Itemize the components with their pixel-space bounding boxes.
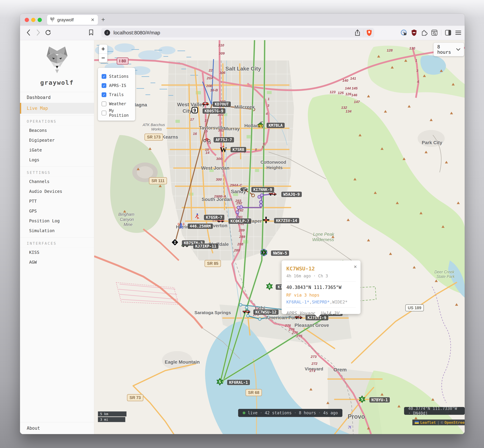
place-label-bingham: Bingham bbox=[118, 212, 134, 217]
hop-link[interactable]: KF6RAL-1* bbox=[286, 300, 309, 304]
exit-number: 288 bbox=[234, 248, 240, 252]
marker-label-kc7wsu-12[interactable]: KC7WSU-12 bbox=[253, 309, 279, 315]
zoom-out-button[interactable]: − bbox=[99, 53, 107, 62]
exit-number: 123 bbox=[329, 90, 336, 94]
marker-kk7zsv-14-icon[interactable] bbox=[262, 216, 270, 224]
tab-title: graywolf bbox=[57, 17, 90, 23]
marker-label-k7gsr-7[interactable]: K7GSR-7 bbox=[204, 215, 224, 220]
live-map[interactable]: KD7OUT9KB0STG-9KM7BLAAF7SJ-7WK7SRBKI7NNK… bbox=[94, 40, 465, 434]
layer-checkbox-weather[interactable] bbox=[101, 102, 106, 106]
marker-label-kc0klp-7[interactable]: KC0KLP-7 bbox=[228, 218, 251, 224]
marker-446-25hrm-icon[interactable] bbox=[178, 222, 184, 230]
sidebar-item-kiss[interactable]: KISS bbox=[20, 247, 94, 257]
marker-label-kb0stg-9[interactable]: KB0STG-9 bbox=[203, 108, 225, 114]
time-range-dropdown[interactable]: 8 hours bbox=[434, 43, 464, 56]
marker-label-km7bla[interactable]: KM7BLA bbox=[266, 123, 285, 128]
back-button[interactable] bbox=[25, 28, 32, 37]
browser-tab[interactable]: graywolf ✕ bbox=[47, 15, 98, 25]
adblock-shield-icon[interactable] bbox=[411, 29, 417, 36]
marker-kb7stn-3-icon[interactable]: I bbox=[171, 238, 179, 247]
marker-label-kd7out[interactable]: KD7OUT bbox=[213, 102, 231, 107]
url-bar[interactable]: i localhost:8080/#/map bbox=[101, 28, 374, 37]
menu-hamburger-icon[interactable] bbox=[455, 29, 462, 36]
fullscreen-window-button[interactable] bbox=[38, 18, 42, 22]
sidebar-item-digipeater[interactable]: Digipeater bbox=[20, 135, 94, 145]
marker-k7srb-icon[interactable]: W bbox=[220, 145, 227, 154]
leaflet-link[interactable]: Leaflet bbox=[420, 420, 436, 425]
marker-kc7wsu-12-icon[interactable] bbox=[242, 309, 251, 314]
layer-label: My Position bbox=[109, 108, 135, 118]
sidebar-item-dashboard[interactable]: Dashboard bbox=[20, 92, 94, 103]
marker-label-af7sj-7[interactable]: AF7SJ-7 bbox=[214, 137, 234, 143]
marker-af7sj-7-icon[interactable] bbox=[203, 137, 211, 143]
layer-row-stations[interactable]: ✓Stations bbox=[101, 72, 135, 81]
tree-icon bbox=[408, 105, 411, 108]
marker-kf6ral-1-icon[interactable]: S bbox=[216, 378, 224, 386]
marker-label-446-25hrm[interactable]: 446.25HRM bbox=[188, 224, 213, 229]
sidebar-item-audio-devices[interactable]: Audio Devices bbox=[20, 187, 94, 196]
sidebar-item-channels[interactable]: Channels bbox=[20, 176, 94, 187]
marker-kd7out-icon[interactable] bbox=[202, 101, 210, 107]
brave-shields-icon[interactable] bbox=[366, 29, 373, 36]
bookmark-icon[interactable] bbox=[87, 28, 95, 37]
layer-row-my-position[interactable]: My Position bbox=[101, 108, 135, 118]
search-page-icon[interactable] bbox=[431, 29, 438, 36]
marker-label-k7srb[interactable]: K7SRB bbox=[230, 147, 246, 152]
sidebar-item-ptt[interactable]: PTT bbox=[20, 196, 94, 206]
layer-checkbox-aprs-is[interactable]: ✓ bbox=[101, 83, 106, 88]
close-window-button[interactable] bbox=[25, 18, 29, 22]
ukraine-flag-icon bbox=[415, 421, 419, 424]
marker-km7bla-icon[interactable] bbox=[257, 121, 264, 129]
layer-checkbox-my-position[interactable] bbox=[101, 111, 106, 115]
sidebar-item-beacons[interactable]: Beacons bbox=[20, 125, 94, 135]
popup-comment: APRS Voyager U=14.3V. bbox=[286, 311, 356, 316]
sidebar-item-gps[interactable]: GPS bbox=[20, 206, 94, 216]
layer-row-trails[interactable]: ✓Trails bbox=[101, 90, 135, 99]
layer-checkbox-trails[interactable]: ✓ bbox=[101, 92, 106, 97]
exit-number: 273 bbox=[311, 355, 317, 359]
minimize-window-button[interactable] bbox=[31, 18, 35, 22]
share-icon[interactable] bbox=[354, 29, 361, 36]
marker-n7byu-1-icon[interactable]: S bbox=[358, 395, 366, 404]
place-label-city: City bbox=[183, 108, 192, 114]
marker-label-nw5w-5[interactable]: NW5W-5 bbox=[271, 250, 289, 256]
marker-label-n7byu-1[interactable]: N7BYU-1 bbox=[369, 397, 390, 403]
hop-link[interactable]: SHEPRD* bbox=[312, 300, 330, 304]
layer-row-aprs-is[interactable]: ✓APRS-IS bbox=[101, 81, 135, 90]
sidebar-item-position-log[interactable]: Position Log bbox=[20, 216, 94, 226]
layer-row-weather[interactable]: Weather bbox=[101, 99, 135, 108]
exit-number: 16 bbox=[193, 132, 197, 136]
place-label-orem: Orem bbox=[334, 367, 347, 373]
marker-label-kf6ral-1[interactable]: KF6RAL-1 bbox=[227, 380, 250, 385]
marker-kb0stg-9-icon[interactable]: 9 bbox=[191, 107, 198, 114]
marker-nw5w-5-icon[interactable]: D bbox=[259, 248, 268, 257]
marker-k7gsr-7-icon[interactable] bbox=[194, 213, 200, 220]
sidebar-item-live-map[interactable]: Live Map bbox=[20, 103, 94, 114]
sidebar-item-igate[interactable]: iGate bbox=[20, 145, 94, 155]
zoom-in-button[interactable]: + bbox=[99, 45, 107, 53]
layer-checkbox-stations[interactable]: ✓ bbox=[101, 74, 106, 79]
openstreetmap-link[interactable]: OpenStreetMap bbox=[444, 420, 465, 425]
sidebar-item-about[interactable]: About bbox=[20, 422, 94, 434]
marker-label-ki7nnk-9[interactable]: KI7NNK-9 bbox=[251, 187, 274, 192]
marker-label-w5ajq-9[interactable]: W5AJQ-9 bbox=[281, 192, 302, 197]
new-tab-button[interactable]: + bbox=[101, 16, 105, 23]
reload-button[interactable] bbox=[44, 28, 52, 37]
popup-close-icon[interactable]: ✕ bbox=[354, 264, 357, 269]
marker-label-kj7ikp-11[interactable]: KJ7IKP-11 bbox=[193, 243, 219, 249]
tab-close-icon[interactable]: ✕ bbox=[90, 17, 95, 23]
sidebar-item-agw[interactable]: AGW bbox=[20, 257, 94, 267]
marker-label-kk7zsv-14[interactable]: KK7ZSV-14 bbox=[274, 218, 299, 223]
site-info-icon[interactable]: i bbox=[104, 30, 110, 36]
password-manager-icon[interactable] bbox=[400, 29, 407, 36]
sidebar-item-logs[interactable]: Logs bbox=[20, 155, 94, 165]
marker-ki7nnk-9-icon[interactable] bbox=[240, 187, 248, 192]
sidebar-item-simulation[interactable]: Simulation bbox=[20, 226, 94, 236]
exit-number: 300 bbox=[216, 177, 222, 182]
tab-strip: graywolf ✕ + bbox=[20, 14, 465, 26]
extensions-puzzle-icon[interactable] bbox=[421, 29, 428, 36]
forward-button[interactable] bbox=[35, 28, 42, 37]
marker-k7-icon[interactable]: S bbox=[265, 282, 273, 291]
sidebar-toggle-icon[interactable] bbox=[445, 29, 452, 36]
tree-icon bbox=[389, 252, 392, 255]
